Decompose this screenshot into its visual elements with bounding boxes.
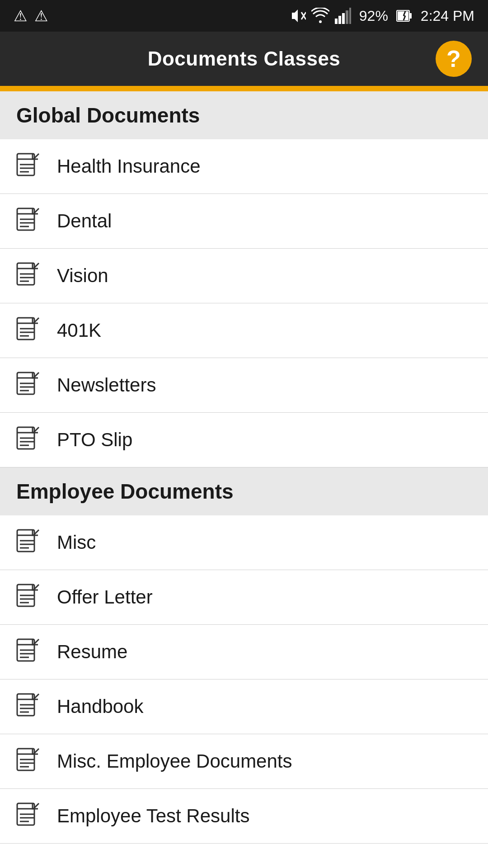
list-item-misc-employee-docs[interactable]: Misc. Employee Documents — [0, 734, 488, 789]
doc-icon-dental — [16, 208, 41, 235]
doc-icon-resume — [16, 638, 41, 665]
signal-icon — [335, 8, 351, 24]
list-item-label-misc-employee-docs: Misc. Employee Documents — [57, 750, 292, 772]
doc-icon-misc-employee-docs — [16, 748, 41, 775]
svg-rect-3 — [338, 16, 341, 24]
doc-icon-pto-slip — [16, 426, 41, 453]
warning-icon-1: ⚠ — [14, 7, 27, 25]
doc-icon-misc — [16, 529, 41, 556]
battery-icon — [396, 8, 413, 24]
header: Documents Classes ? — [0, 32, 488, 86]
section-header-global-documents: Global Documents — [0, 91, 488, 139]
section-header-employee-documents: Employee Documents — [0, 467, 488, 515]
list-item-label-401k: 401K — [57, 320, 101, 341]
list-item-health-insurance[interactable]: Health Insurance — [0, 139, 488, 194]
doc-icon-vision — [16, 262, 41, 289]
status-bar: ⚠ ⚠ 9 — [0, 0, 488, 32]
status-icons — [290, 8, 351, 24]
battery-level: 92% — [359, 8, 388, 24]
warning-icon-2: ⚠ — [34, 7, 48, 25]
list-item-vision[interactable]: Vision — [0, 249, 488, 303]
list-item-label-vision: Vision — [57, 265, 108, 287]
wifi-icon — [311, 8, 329, 24]
list-item-pto-slip[interactable]: PTO Slip — [0, 413, 488, 467]
list-item-label-pto-slip: PTO Slip — [57, 429, 132, 451]
section-title-employee-documents: Employee Documents — [16, 480, 234, 503]
help-button-label: ? — [446, 47, 461, 71]
list-item-misc[interactable]: Misc — [0, 515, 488, 570]
list-item-label-newsletters: Newsletters — [57, 374, 156, 396]
doc-icon-401k — [16, 317, 41, 344]
help-button[interactable]: ? — [436, 41, 472, 77]
doc-icon-handbook — [16, 693, 41, 720]
list-item-offer-letter[interactable]: Offer Letter — [0, 570, 488, 625]
svg-rect-8 — [409, 13, 412, 19]
list-item-employee-test-results[interactable]: Employee Test Results — [0, 789, 488, 844]
list-item-newsletters[interactable]: Newsletters — [0, 358, 488, 413]
list-item-label-offer-letter: Offer Letter — [57, 586, 153, 608]
doc-icon-offer-letter — [16, 584, 41, 611]
svg-rect-6 — [349, 8, 351, 24]
list-item-label-misc: Misc — [57, 532, 96, 553]
doc-icon-newsletters — [16, 372, 41, 399]
accent-bar — [0, 86, 488, 91]
list-item-handbook[interactable]: Handbook — [0, 679, 488, 734]
list-item-401k[interactable]: 401K — [0, 303, 488, 358]
status-bar-left: ⚠ ⚠ — [14, 7, 48, 25]
content: Global Documents Health Insurance Dental… — [0, 91, 488, 844]
list-item-label-health-insurance: Health Insurance — [57, 156, 201, 177]
doc-icon-health-insurance — [16, 153, 41, 180]
list-item-label-employee-test-results: Employee Test Results — [57, 805, 249, 827]
list-item-resume[interactable]: Resume — [0, 625, 488, 679]
status-bar-right: 92% 2:24 PM — [290, 8, 474, 24]
list-item-label-dental: Dental — [57, 210, 112, 232]
page-title: Documents Classes — [148, 47, 341, 70]
mute-icon — [290, 8, 306, 24]
svg-rect-9 — [398, 11, 408, 20]
list-item-label-handbook: Handbook — [57, 696, 143, 717]
svg-rect-4 — [342, 13, 345, 24]
clock-time: 2:24 PM — [421, 8, 474, 24]
svg-rect-5 — [346, 10, 348, 24]
list-item-label-resume: Resume — [57, 641, 127, 663]
list-item-dental[interactable]: Dental — [0, 194, 488, 249]
doc-icon-employee-test-results — [16, 802, 41, 830]
section-title-global-documents: Global Documents — [16, 104, 200, 127]
svg-rect-2 — [335, 19, 338, 24]
